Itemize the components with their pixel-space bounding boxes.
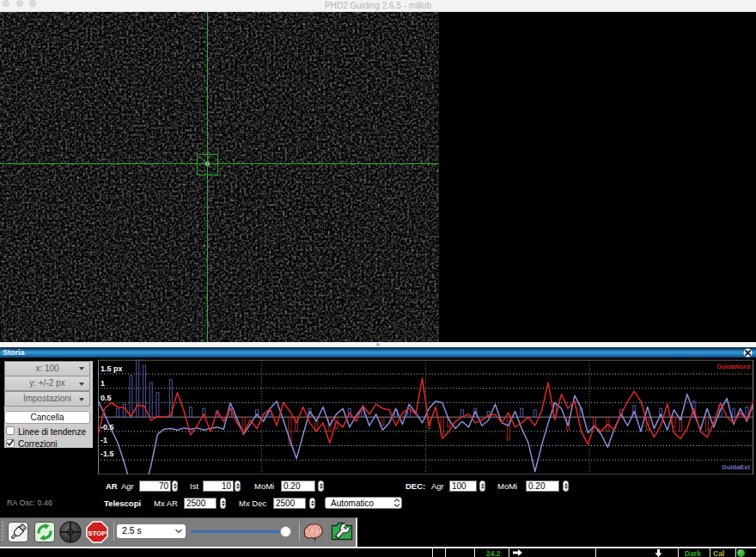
svg-text:STOP: STOP [88,529,107,537]
